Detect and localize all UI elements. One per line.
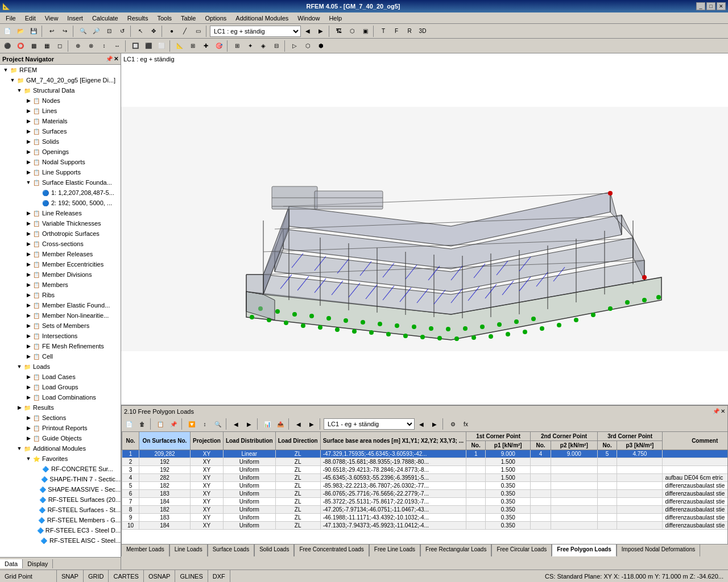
tb2-9[interactable]: ↔ — [111, 40, 123, 52]
tree-members[interactable]: ▶ 📋 Members — [0, 280, 121, 290]
tb2-13[interactable]: ⊞ — [231, 40, 243, 52]
tree-ribs[interactable]: ▶ 📋 Ribs — [0, 290, 121, 300]
expander-structural[interactable]: ▼ — [16, 87, 23, 94]
expander-member-nonlinear[interactable]: ▶ — [25, 312, 32, 319]
tree-openings[interactable]: ▶ 📋 Openings — [0, 147, 121, 157]
expander-rfem[interactable]: ▼ — [2, 66, 9, 73]
tb2-1[interactable]: ⚫ — [1, 40, 14, 52]
nav-close-button[interactable]: ✕ — [114, 56, 118, 62]
menu-tools[interactable]: Tools — [152, 14, 176, 23]
tree-sef-2[interactable]: 🔵 2: 192; 5000, 5000, ... — [0, 198, 121, 208]
tree-load-cases[interactable]: ▶ 📋 Load Cases — [0, 372, 121, 382]
tree-sef-1[interactable]: 🔵 1: 1,2,207,208,487-5... — [0, 188, 121, 198]
bt-formula[interactable]: fx — [460, 418, 472, 430]
nav-tab-data[interactable]: Data — [0, 559, 23, 568]
bt-next[interactable]: ▶ — [243, 418, 255, 430]
tb-open[interactable]: 📂 — [14, 25, 27, 38]
expander-fe-mesh[interactable]: ▶ — [25, 343, 32, 350]
expander-cell[interactable]: ▶ — [25, 353, 32, 360]
expander-orthotropic[interactable]: ▶ — [25, 230, 32, 237]
tree-sets-of-members[interactable]: ▶ 📋 Sets of Members — [0, 321, 121, 331]
tb2-3[interactable]: ▩ — [27, 40, 40, 52]
tree-rf-steel-ec3[interactable]: 🔷 RF-STEEL EC3 - Steel D... — [0, 525, 121, 535]
tree-orthotropic[interactable]: ▶ 📋 Orthotropic Surfaces — [0, 228, 121, 239]
tb-front[interactable]: F — [390, 25, 403, 38]
menu-help[interactable]: Help — [324, 14, 346, 23]
tb2-8[interactable]: ↕ — [98, 40, 110, 52]
tree-shape-thin[interactable]: 🔷 SHAPE-THIN 7 - Sectic... — [0, 474, 121, 484]
menu-table[interactable]: Table — [176, 14, 200, 23]
bt-paste[interactable]: 📌 — [167, 418, 180, 430]
glines-button[interactable]: GLINES — [175, 570, 208, 582]
expander-project[interactable]: ▼ — [9, 77, 16, 84]
expander-member-divisions[interactable]: ▶ — [25, 271, 32, 278]
menu-additional[interactable]: Additional Modules — [231, 14, 293, 23]
tab-line-loads[interactable]: Line Loads — [169, 544, 208, 556]
tab-member-loads[interactable]: Member Loads — [121, 544, 169, 556]
tb2-7[interactable]: ⊗ — [85, 40, 97, 52]
tb-select[interactable]: ↖ — [134, 25, 147, 38]
table-row[interactable]: 2 192 XY Uniform ZL -88.0788;-15.681;-88… — [122, 458, 729, 466]
expander-members[interactable]: ▶ — [25, 281, 32, 288]
cartes-button[interactable]: CARTES — [109, 570, 143, 582]
table-row[interactable]: 6 183 XY Uniform ZL -86.0765;-25.7716;-7… — [122, 490, 729, 498]
table-row[interactable]: 5 182 XY Uniform ZL -85.983;-22.2213;-86… — [122, 482, 729, 490]
menu-window[interactable]: Window — [293, 14, 324, 23]
tree-root-rfem[interactable]: ▼ 📁 RFEM — [0, 65, 121, 75]
tree-nodal-supports[interactable]: ▶ 📋 Nodal Supports — [0, 157, 121, 167]
tree-load-combinations[interactable]: ▶ 📋 Load Combinations — [0, 392, 121, 402]
expander-intersections[interactable]: ▶ — [25, 332, 32, 339]
tb2-17[interactable]: ▷ — [288, 40, 301, 52]
tree-cell[interactable]: ▶ 📋 Cell — [0, 351, 121, 361]
tb-surface[interactable]: ▭ — [192, 25, 204, 38]
tree-rf-steel-aisc[interactable]: 🔷 RF-STEEL AISC - Steel... — [0, 535, 121, 546]
tb2-csys[interactable]: 🎯 — [213, 40, 225, 52]
expander-surfaces[interactable]: ▶ — [25, 128, 32, 135]
table-row[interactable]: 9 183 XY Uniform ZL -46.1988;-11.1171;-4… — [122, 514, 729, 522]
maximize-button[interactable]: □ — [706, 2, 715, 10]
tree-variable-thick[interactable]: ▶ 📋 Variable Thicknesses — [0, 218, 121, 228]
expander-line-releases[interactable]: ▶ — [25, 210, 32, 217]
tb2-11[interactable]: ⬛ — [142, 40, 155, 52]
bt-fwd-lc[interactable]: ▶ — [305, 418, 318, 430]
tree-printout-reports[interactable]: ▶ 📋 Printout Reports — [0, 423, 121, 433]
tb2-10[interactable]: 🔲 — [129, 40, 142, 52]
osnap-button[interactable]: OSNAP — [144, 570, 176, 582]
tb-new[interactable]: 📄 — [1, 25, 14, 38]
minimize-button[interactable]: _ — [696, 2, 705, 10]
expander-loads[interactable]: ▼ — [16, 363, 23, 370]
bt-delete-row[interactable]: 🗑 — [136, 418, 148, 430]
table-row[interactable]: 3 192 XY Uniform ZL -90.6518;-29.4213;-7… — [122, 466, 729, 474]
tb-right[interactable]: R — [403, 25, 416, 38]
tree-member-releases[interactable]: ▶ 📋 Member Releases — [0, 249, 121, 259]
tree-additional-modules[interactable]: ▼ 📁 Additional Modules — [0, 443, 121, 454]
tb2-14[interactable]: ✦ — [244, 40, 257, 52]
tb-line[interactable]: ╱ — [179, 25, 191, 38]
tree-member-divisions[interactable]: ▶ 📋 Member Divisions — [0, 269, 121, 280]
expander-sections[interactable]: ▶ — [25, 414, 32, 421]
tb2-6[interactable]: ⊕ — [72, 40, 84, 52]
tree-structural[interactable]: ▼ 📁 Structural Data — [0, 85, 121, 95]
tree-line-releases[interactable]: ▶ 📋 Line Releases — [0, 208, 121, 218]
tab-solid-loads[interactable]: Solid Loads — [254, 544, 294, 556]
tb2-5[interactable]: ◻ — [53, 40, 66, 52]
expander-printout-reports[interactable]: ▶ — [25, 425, 32, 431]
tree-shape-massive[interactable]: 🔷 SHAPE-MASSIVE - Sec... — [0, 484, 121, 494]
expander-materials[interactable]: ▶ — [25, 118, 32, 124]
tree-nodes[interactable]: ▶ 📋 Nodes — [0, 95, 121, 106]
menu-insert[interactable]: Insert — [63, 14, 88, 23]
bt-export[interactable]: 📤 — [274, 418, 287, 430]
tb-undo[interactable]: ↩ — [46, 25, 58, 38]
bottom-panel-pin-button[interactable]: 📌 — [713, 408, 719, 414]
snap-button[interactable]: SNAP — [57, 570, 84, 582]
bt-graph[interactable]: 📊 — [261, 418, 274, 430]
tb-render[interactable]: 🏗 — [333, 25, 345, 38]
expander-solids[interactable]: ▶ — [25, 138, 32, 145]
expander-ribs[interactable]: ▶ — [25, 292, 32, 298]
menu-view[interactable]: View — [40, 14, 63, 23]
close-button[interactable]: ✕ — [717, 2, 726, 10]
expander-results[interactable]: ▶ — [16, 404, 23, 411]
tab-free-conc-loads[interactable]: Free Concentrated Loads — [294, 544, 369, 556]
tb2-axis[interactable]: ✚ — [200, 40, 212, 52]
tree-rf-steel-s[interactable]: 🔷 RF-STEEL Surfaces - St... — [0, 505, 121, 515]
